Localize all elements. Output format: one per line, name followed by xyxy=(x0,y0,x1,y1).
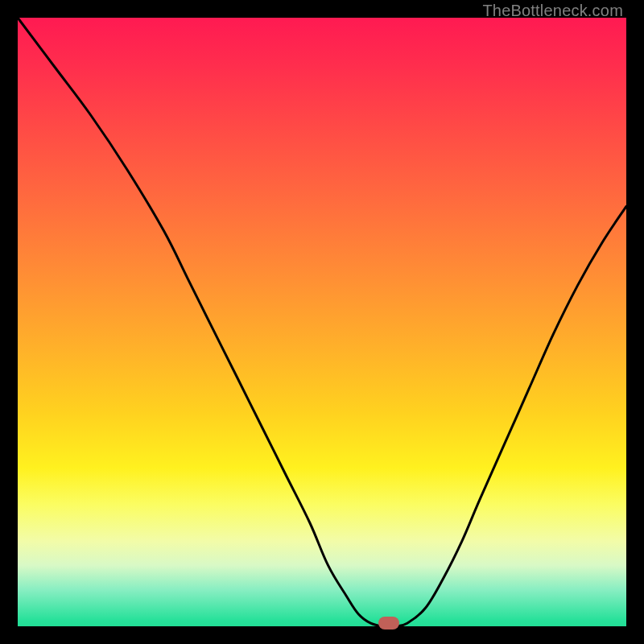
plot-area xyxy=(18,18,626,626)
bottleneck-curve xyxy=(18,18,626,626)
minimum-marker xyxy=(378,617,399,630)
chart-frame: TheBottleneck.com xyxy=(0,0,644,644)
